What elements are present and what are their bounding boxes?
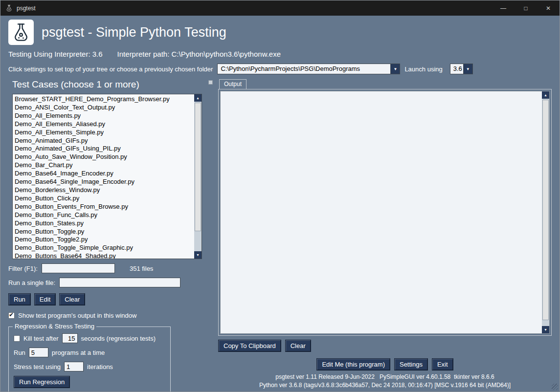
list-item[interactable]: Demo_Button_Toggle_Simple_Graphic.py	[15, 244, 192, 252]
launch-using-label: Launch using	[404, 65, 442, 73]
folder-combo[interactable]: C:\Python\PycharmProjects\PSG\DemoProgra…	[217, 64, 400, 74]
list-item[interactable]: Browser_START_HERE_Demo_Programs_Browser…	[15, 95, 192, 104]
run-edit-clear-row: Run Edit Clear	[8, 293, 214, 305]
file-count-label: 351 files	[130, 265, 153, 272]
list-item[interactable]: Demo_Button_Toggle.py	[15, 228, 192, 236]
list-item[interactable]: Demo_Button_States.py	[15, 219, 192, 228]
programs-at-a-time-row: Run programs at a time	[14, 348, 165, 357]
list-item[interactable]: Demo_All_Elements_Aliased.py	[15, 120, 192, 129]
test-case-list-items: Browser_START_HERE_Demo_Programs_Browser…	[13, 94, 194, 259]
folder-combo-value: C:\Python\PycharmProjects\PSG\DemoProgra…	[218, 64, 390, 74]
scroll-down-icon[interactable]: ▼	[194, 251, 202, 259]
output-scrollbar[interactable]: ▲ ▼	[542, 91, 549, 333]
list-item[interactable]: Demo_All_Elements.py	[15, 112, 192, 120]
launch-combo-value: 3.6	[450, 64, 463, 74]
output-text[interactable]	[221, 91, 542, 333]
stress-iterations-input[interactable]	[64, 362, 84, 371]
listbox-scroll-thumb[interactable]	[195, 103, 201, 231]
list-item[interactable]: Demo_Button_Events_From_Browse.py	[15, 203, 192, 211]
close-button[interactable]: ✕	[537, 0, 560, 16]
list-item[interactable]: Demo_Base64_Image_Encoder.py	[15, 170, 192, 178]
kill-test-suffix: seconds (regression tests)	[81, 335, 156, 342]
footer-buttons-row: Edit Me (this program) Settings Exit	[218, 358, 552, 370]
main-row: Test Cases (choose 1 or more) Browser_ST…	[8, 79, 552, 389]
output-multiline[interactable]: ▲ ▼	[220, 91, 550, 334]
list-item[interactable]: Demo_Animated_GIFs_Using_PIL.py	[15, 145, 192, 153]
list-item[interactable]: Demo_Buttons_Base64_Shaded.py	[15, 252, 192, 259]
output-buttons-row: Copy To Clipboard Clear	[218, 340, 552, 352]
main-content: psgtest - Simple Python Testing Testing …	[0, 16, 560, 392]
list-item[interactable]: Demo_Animated_GIFs.py	[15, 137, 192, 145]
output-tab-content: ▲ ▼	[218, 89, 552, 336]
run-regression-row: Run Regression	[14, 376, 165, 388]
run-count-suffix: programs at a time	[52, 349, 105, 356]
list-item[interactable]: Demo_ANSI_Color_Text_Output.py	[15, 104, 192, 112]
scroll-up-icon[interactable]: ▲	[542, 91, 549, 99]
edit-button[interactable]: Edit	[34, 293, 56, 305]
list-item[interactable]: Demo_All_Elements_Simple.py	[15, 129, 192, 137]
chevron-down-icon[interactable]: ▼	[463, 64, 472, 74]
list-item[interactable]: Demo_Auto_Save_Window_Position.py	[15, 153, 192, 161]
single-file-row: Run a single file:	[8, 278, 214, 287]
filter-label: Filter (F1):	[8, 265, 38, 272]
run-regression-button[interactable]: Run Regression	[14, 376, 70, 388]
pane-grip-handle[interactable]	[208, 80, 213, 85]
test-case-listbox[interactable]: Browser_START_HERE_Demo_Programs_Browser…	[12, 94, 202, 259]
run-count-input[interactable]	[29, 348, 48, 357]
stress-test-suffix: iterations	[87, 363, 113, 370]
resize-grip-handle[interactable]	[552, 384, 558, 390]
status-line-2: Python ver 3.6.8 (tags/v3.6.8:3c6b436a57…	[218, 382, 552, 389]
launch-version-combo[interactable]: 3.6 ▼	[450, 64, 473, 74]
minimize-button[interactable]: —	[492, 0, 515, 16]
maximize-button[interactable]: □	[515, 0, 537, 16]
window-title: psgtest	[17, 5, 36, 12]
chevron-down-icon[interactable]: ▼	[390, 64, 400, 74]
show-output-check-row[interactable]: Show test program's output in this windo…	[8, 312, 214, 319]
app-flask-icon-small	[5, 4, 13, 12]
test-cases-heading: Test Cases (choose 1 or more)	[8, 79, 214, 90]
regression-frame: Regression & Stress Testing Kill test af…	[8, 327, 171, 392]
settings-button[interactable]: Settings	[394, 358, 428, 370]
output-clear-button[interactable]: Clear	[285, 340, 311, 352]
scroll-up-icon[interactable]: ▲	[194, 94, 202, 102]
app-flask-icon	[8, 20, 34, 45]
interpreter-version-label: Testing Using Interpreter: 3.6	[8, 50, 103, 58]
copy-to-clipboard-button[interactable]: Copy To Clipboard	[218, 340, 281, 352]
edit-me-button[interactable]: Edit Me (this program)	[316, 358, 390, 370]
regression-frame-title: Regression & Stress Testing	[13, 323, 96, 330]
show-output-label: Show test program's output in this windo…	[18, 312, 136, 319]
listbox-scroll-track[interactable]	[194, 102, 202, 251]
scroll-down-icon[interactable]: ▼	[542, 326, 549, 333]
single-file-input[interactable]	[59, 278, 180, 287]
list-item[interactable]: Demo_Button_Func_Calls.py	[15, 211, 192, 219]
clear-button[interactable]: Clear	[59, 293, 85, 305]
settings-row: Click settings to set top of your tree o…	[8, 64, 552, 74]
output-panel: Output ▲ ▼ Copy To Clipboa	[218, 79, 552, 389]
list-item[interactable]: Demo_Button_Toggle2.py	[15, 236, 192, 244]
stress-test-label: Stress test using	[14, 363, 61, 370]
interpreter-info: Testing Using Interpreter: 3.6 Interpret…	[8, 50, 552, 58]
output-scroll-thumb[interactable]	[542, 100, 549, 320]
test-cases-panel: Test Cases (choose 1 or more) Browser_ST…	[8, 79, 214, 389]
list-item[interactable]: Demo_Bar_Chart.py	[15, 161, 192, 170]
output-scroll-track[interactable]	[542, 99, 549, 326]
filter-row: Filter (F1): 351 files	[8, 263, 214, 273]
page-title: psgtest - Simple Python Testing	[42, 25, 226, 40]
list-item[interactable]: Demo_Borderless_Window.py	[15, 186, 192, 195]
kill-test-label: Kill test after	[23, 335, 59, 342]
tab-output[interactable]: Output	[219, 79, 246, 89]
show-output-checkbox[interactable]	[8, 312, 15, 319]
exit-button[interactable]: Exit	[432, 358, 453, 370]
run-button[interactable]: Run	[8, 293, 31, 305]
list-item[interactable]: Demo_Button_Click.py	[15, 195, 192, 203]
kill-test-checkbox[interactable]	[14, 335, 20, 342]
list-item[interactable]: Demo_Base64_Single_Image_Encoder.py	[15, 178, 192, 186]
kill-test-row: Kill test after seconds (regression test…	[14, 333, 165, 343]
stress-test-row: Stress test using iterations	[14, 362, 165, 371]
interpreter-path-label: Interpreter path: C:\Python\python3.6\py…	[117, 50, 281, 58]
listbox-scrollbar[interactable]: ▲ ▼	[194, 94, 202, 259]
run-count-label: Run	[14, 349, 25, 356]
filter-input[interactable]	[42, 263, 115, 273]
kill-seconds-input[interactable]	[62, 333, 78, 343]
settings-hint-label: Click settings to set top of your tree o…	[8, 65, 213, 73]
